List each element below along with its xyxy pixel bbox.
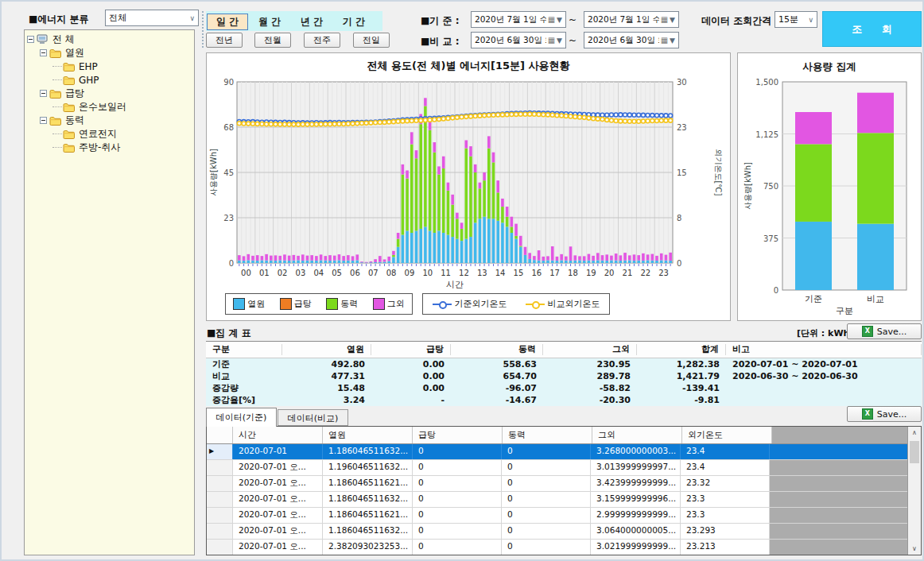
grid-cell[interactable]: 0 (413, 460, 502, 475)
energy-category-dropdown[interactable]: 전체 ∨ (105, 10, 199, 26)
grid-cell[interactable]: 1.186046511632... (323, 524, 413, 539)
table-row[interactable]: 2020-07-01 오...1.186046511621...002.9999… (207, 508, 921, 524)
search-button[interactable]: 조 회 (822, 11, 922, 47)
base-from-datepicker[interactable]: 2020년 7월 1일 수요일 ▦ ▼ (471, 11, 566, 28)
base-to-datepicker[interactable]: 2020년 7월 1일 수요일 ▦ ▼ (584, 11, 679, 28)
tree-expander-icon[interactable] (40, 90, 47, 97)
tree-item-EHP[interactable]: EHP (25, 60, 194, 73)
grid-cell[interactable]: 3.021999999999... (591, 540, 681, 555)
row-selector[interactable] (207, 524, 233, 539)
grid-cell[interactable]: 3.064000000005... (591, 524, 681, 539)
grid-col-외기온도[interactable]: 외기온도 (682, 427, 772, 443)
grid-cell[interactable]: 23.293 (681, 524, 770, 539)
row-selector[interactable] (207, 492, 233, 507)
grid-vertical-scrollbar[interactable]: ∧∨ (907, 427, 921, 555)
grid-cell[interactable]: 23.32 (681, 476, 770, 491)
compare-from-datepicker[interactable]: 2020년 6월 30일 화요일 ▦ ▼ (471, 32, 566, 48)
grid-cell[interactable]: 23.4 (681, 460, 770, 475)
grid-col-열원[interactable]: 열원 (323, 427, 413, 443)
grid-cell[interactable]: 3.423999999999... (591, 476, 681, 491)
tree-item-온수보일러[interactable]: 온수보일러 (25, 100, 194, 114)
grid-cell[interactable]: 1.196046511632... (323, 460, 413, 475)
grid-cell[interactable]: 3.268000000003... (591, 444, 681, 459)
period-tab-range[interactable]: 기 간 (333, 14, 375, 30)
grid-cell[interactable]: 1.186046511621... (323, 508, 413, 523)
grid-cell[interactable]: 2020-07-01 오... (233, 540, 323, 555)
row-selector[interactable] (207, 540, 233, 555)
grid-cell[interactable]: 0 (413, 524, 502, 539)
scroll-thumb[interactable] (910, 441, 919, 463)
table-row[interactable]: 2020-07-01 오...2.382093023253...003.0219… (207, 540, 921, 555)
quick-button-0[interactable]: 전년 (206, 33, 243, 48)
tree-item-열원[interactable]: 열원 (25, 46, 194, 60)
tree-expander-icon[interactable] (40, 49, 47, 56)
table-row[interactable]: ▶2020-07-011.186046511632...003.26800000… (207, 444, 921, 460)
period-tab-daily[interactable]: 일 간 (207, 14, 248, 30)
grid-cell[interactable]: 2.382093023253... (323, 540, 413, 555)
grid-cell[interactable]: 0 (413, 492, 502, 507)
scroll-up-icon[interactable]: ∧ (908, 427, 921, 439)
summary-body: 기준492.800.00558.63230.951,282.382020-07-… (206, 358, 922, 406)
grid-cell[interactable]: 0 (413, 540, 502, 555)
grid-col-그외[interactable]: 그외 (592, 427, 682, 443)
grid-cell[interactable]: 1.186046511621... (323, 476, 413, 491)
grid-cell[interactable]: 2.999999999999... (591, 508, 681, 523)
row-selector[interactable] (207, 508, 233, 523)
quick-button-2[interactable]: 전주 (304, 33, 340, 48)
grid-cell[interactable]: 0 (502, 524, 591, 539)
data-tab-compare[interactable]: 데이터(비교) (278, 409, 348, 426)
grid-cell[interactable]: 2020-07-01 (233, 444, 323, 459)
toolbar-gripper[interactable] (202, 11, 205, 48)
grid-cell[interactable]: 0 (413, 508, 502, 523)
interval-dropdown[interactable]: 15분 ∨ (775, 11, 817, 28)
summary-save-button[interactable]: X Save... (847, 323, 922, 339)
grid-cell[interactable]: 1.186046511632... (323, 444, 413, 459)
quick-button-3[interactable]: 전일 (353, 33, 390, 48)
period-tab-monthly[interactable]: 월 간 (249, 14, 290, 30)
table-row[interactable]: 2020-07-01 오...1.196046511632...003.0139… (207, 460, 921, 476)
grid-cell[interactable]: 0 (413, 476, 502, 491)
grid-cell[interactable]: 0 (413, 444, 502, 459)
table-row[interactable]: 2020-07-01 오...1.186046511632...003.1599… (207, 492, 921, 508)
row-selector[interactable]: ▶ (207, 444, 233, 459)
table-row[interactable]: 2020-07-01 오...1.186046511621...003.4239… (207, 476, 921, 492)
grid-cell[interactable]: 23.3 (681, 492, 770, 507)
row-selector[interactable] (207, 460, 233, 475)
tree-item-GHP[interactable]: GHP (25, 73, 194, 87)
tree-expander-icon[interactable] (40, 117, 47, 124)
grid-cell[interactable]: 2020-07-01 오... (233, 508, 323, 523)
tree-item-연료전지[interactable]: 연료전지 (25, 127, 194, 141)
grid-cell[interactable]: 1.186046511632... (323, 492, 413, 507)
grid-cell[interactable]: 3.159999999996... (591, 492, 681, 507)
grid-cell[interactable]: 2020-07-01 오... (233, 492, 323, 507)
grid-cell[interactable]: 2020-07-01 오... (233, 476, 323, 491)
grid-cell[interactable]: 0 (502, 540, 591, 555)
grid-cell[interactable]: 23.3 (681, 508, 770, 523)
grid-col-동력[interactable]: 동력 (503, 427, 592, 443)
grid-cell[interactable]: 0 (502, 444, 591, 459)
scroll-down-icon[interactable]: ∨ (908, 543, 921, 555)
tree-item-전체[interactable]: 전 체 (25, 33, 194, 46)
period-tab-yearly[interactable]: 년 간 (291, 14, 332, 30)
grid-cell[interactable]: 3.013999999997... (591, 460, 681, 475)
data-tab-base[interactable]: 데이터(기준) (206, 408, 277, 427)
tree-item-주방-취사[interactable]: 주방-취사 (25, 141, 194, 154)
row-selector[interactable] (207, 476, 233, 491)
grid-save-button[interactable]: X Save... (847, 406, 922, 422)
grid-cell[interactable]: 0 (502, 492, 591, 507)
grid-cell[interactable]: 0 (502, 508, 591, 523)
grid-cell[interactable]: 23.4 (681, 444, 770, 459)
compare-to-datepicker[interactable]: 2020년 6월 30일 화요일 ▦ ▼ (584, 32, 679, 48)
grid-col-급탕[interactable]: 급탕 (413, 427, 503, 443)
grid-col-시간[interactable]: 시간 (233, 427, 323, 443)
tree-item-동력[interactable]: 동력 (25, 114, 194, 127)
quick-button-1[interactable]: 전월 (254, 33, 291, 48)
grid-cell[interactable]: 2020-07-01 오... (233, 524, 323, 539)
tree-item-급탕[interactable]: 급탕 (25, 87, 194, 100)
tree-expander-icon[interactable] (27, 36, 34, 43)
grid-cell[interactable]: 0 (502, 460, 591, 475)
grid-cell[interactable]: 0 (502, 476, 591, 491)
table-row[interactable]: 2020-07-01 오...1.186046511632...003.0640… (207, 524, 921, 540)
grid-cell[interactable]: 2020-07-01 오... (233, 460, 323, 475)
grid-cell[interactable]: 23.213 (681, 540, 770, 555)
